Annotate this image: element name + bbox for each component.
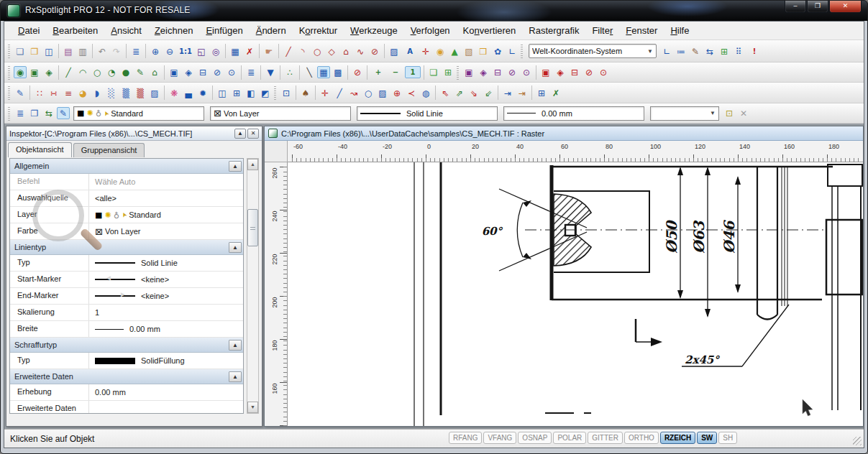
draw-hatch-icon[interactable]: ▨: [388, 45, 401, 57]
group2-rect-icon[interactable]: ▣: [462, 66, 475, 78]
style-brush-icon[interactable]: ✎: [689, 45, 702, 57]
layer-manager-icon[interactable]: ≣: [129, 45, 142, 57]
pick-sector-icon[interactable]: ◔: [105, 66, 118, 78]
pick-nodes-icon[interactable]: ∴: [283, 66, 296, 78]
toolbar-grip[interactable]: [457, 65, 459, 80]
area-rect-add-icon[interactable]: ▣: [168, 66, 181, 78]
split-object-icon[interactable]: ≺: [405, 87, 418, 99]
wcs-list-icon[interactable]: ≔: [675, 45, 687, 57]
document-title-bar[interactable]: C:\Program Files (x86)\...\UserDataCache…: [265, 126, 863, 141]
menu-korrektur[interactable]: Korrektur: [293, 23, 344, 38]
open-folder-icon[interactable]: ❐: [28, 45, 41, 57]
section-collapse-button[interactable]: ▲: [229, 371, 242, 382]
wcs-combo[interactable]: Welt-Koordinaten-System▼: [529, 44, 657, 58]
raster-pick-edit-icon[interactable]: ✎: [14, 87, 27, 99]
group2-polygon-icon[interactable]: ◈: [477, 66, 490, 78]
menu-datei[interactable]: Datei: [12, 23, 46, 38]
property-value[interactable]: [89, 401, 243, 414]
zoom-1-1-icon[interactable]: 1:1: [178, 45, 193, 57]
draw-rectangle-icon[interactable]: ◇: [325, 45, 338, 57]
draw-region-icon[interactable]: ⌂: [339, 45, 352, 57]
calibrate-icon[interactable]: ◧: [245, 87, 257, 99]
property-value[interactable]: ◄<keine>: [89, 272, 243, 287]
wcs-axes-icon[interactable]: ∟: [660, 45, 673, 57]
page-add-icon[interactable]: ⊞: [442, 66, 454, 78]
correct-line-icon[interactable]: ╱: [333, 87, 346, 99]
menu-ansicht[interactable]: Ansicht: [104, 23, 148, 38]
no-selection-icon[interactable]: ⊘: [351, 66, 364, 78]
undo-icon[interactable]: ↶: [96, 45, 109, 57]
marquee-grid-off-icon[interactable]: ▩: [332, 66, 344, 78]
correct-region-icon[interactable]: ◍: [419, 87, 432, 99]
menu-fenster[interactable]: Fenster: [619, 23, 664, 38]
pan-icon[interactable]: ☛: [262, 45, 275, 57]
menu-hilfe[interactable]: Hilfe: [664, 23, 695, 38]
menu-rastergrafik[interactable]: Rastergrafik: [522, 23, 585, 38]
property-row-skalierung[interactable]: Skalierung1: [10, 305, 243, 321]
color-separate-icon[interactable]: ≡: [62, 87, 75, 99]
thicken-icon[interactable]: ▒: [119, 87, 132, 99]
close-button[interactable]: ✕: [829, 1, 862, 13]
selection-set-combo[interactable]: ▼: [650, 106, 719, 121]
scrollbar-thumb[interactable]: [247, 209, 258, 246]
draw-ellipse-icon[interactable]: ⊘: [368, 45, 381, 57]
section-header-schraffurtyp[interactable]: Schraffurtyp▲: [10, 338, 243, 353]
zoom-out-icon[interactable]: ⊖: [163, 45, 176, 57]
new-file-icon[interactable]: ❏: [14, 45, 27, 57]
pick-arc-icon[interactable]: ◠: [76, 66, 89, 78]
toolbar-grip[interactable]: [8, 44, 10, 58]
property-row-typ[interactable]: TypSolidFüllung: [10, 353, 243, 369]
correct-circle-icon[interactable]: ○: [362, 87, 375, 99]
section-header-erweiterte-daten[interactable]: Erweiterte Daten▲: [10, 369, 243, 384]
group3-poly-subtract-icon[interactable]: ⊘: [583, 66, 595, 78]
property-row-auswahlquelle[interactable]: Auswahlquelle<alle>: [10, 190, 243, 207]
crop-icon[interactable]: ⊡: [280, 87, 293, 99]
toggle-rzeich[interactable]: RZEICH: [660, 432, 695, 444]
property-row-layer[interactable]: Layer■✺♀➤Standard: [10, 207, 243, 223]
group3-rect-icon[interactable]: ▣: [539, 66, 552, 78]
redo-icon[interactable]: ↷: [110, 45, 123, 57]
menu-einf-gen[interactable]: Einfügen: [199, 23, 249, 38]
correct-arc-icon[interactable]: ↝: [347, 87, 360, 99]
despeckle-icon[interactable]: ∷: [33, 87, 46, 99]
group3-polygon-icon[interactable]: ◈: [554, 66, 567, 78]
panel-close-button[interactable]: ✕: [247, 129, 259, 139]
property-row-end-marker[interactable]: End-Marker►<keine>: [10, 288, 243, 305]
raster-select-icon[interactable]: ▦: [229, 45, 242, 57]
pick-brush-icon[interactable]: ✎: [134, 66, 147, 78]
inspector-title-bar[interactable]: Inspektor-[C:\Program Files (x86)\...\CS…: [6, 126, 262, 141]
property-value[interactable]: ⊠Von Layer: [89, 223, 243, 239]
correct-zoom-icon[interactable]: ⊕: [390, 87, 403, 99]
draw-arc-icon[interactable]: ◝: [296, 45, 309, 57]
calibrate-grid-icon[interactable]: ◩: [259, 87, 272, 99]
selection-filter-icon[interactable]: ▼: [264, 66, 277, 78]
grid-icon[interactable]: ⠿: [732, 45, 745, 57]
property-value[interactable]: SolidFüllung: [89, 353, 243, 369]
toolbar-grip[interactable]: [8, 85, 10, 100]
color-combo[interactable]: ⊠ Von Layer: [210, 106, 351, 121]
vectorize-auto-icon[interactable]: ⇗: [453, 87, 466, 99]
insert-image-icon[interactable]: ▧: [462, 45, 475, 57]
raster-erase-icon[interactable]: ✗: [243, 45, 256, 57]
styles-manager-icon[interactable]: ≣: [14, 107, 27, 119]
toolbar-grip[interactable]: [274, 85, 276, 100]
text-recognize-icon[interactable]: ⇥: [501, 87, 514, 99]
toggle-sw[interactable]: SW: [697, 432, 717, 444]
selection-add-icon[interactable]: +: [370, 66, 386, 78]
toggle-gitter[interactable]: GITTER: [588, 432, 623, 444]
zoom-window-icon[interactable]: ◱: [195, 45, 208, 57]
linetype-combo[interactable]: Solid Linie: [357, 106, 498, 121]
zoom-extents-icon[interactable]: ◎: [209, 45, 222, 57]
scroll-up-icon[interactable]: ▲: [247, 159, 258, 170]
brightness-icon[interactable]: ✹: [196, 87, 209, 99]
ucs-axes-icon[interactable]: ∟: [506, 45, 518, 57]
vectorize-arc-icon[interactable]: ⇙: [482, 87, 495, 99]
select-any-icon[interactable]: ◉: [14, 66, 27, 78]
group3-point-icon[interactable]: ⊙: [597, 66, 610, 78]
maximize-button[interactable]: ❐: [807, 1, 828, 13]
group2-poly-subtract-icon[interactable]: ⊘: [506, 66, 518, 78]
title-bar[interactable]: RxSpotlight PRO 12 - NOT FOR RESALE –❐✕: [1, 1, 867, 21]
menu-ndern[interactable]: Ändern: [250, 23, 293, 38]
page-pick-icon[interactable]: ❏: [427, 66, 440, 78]
image-polygon-icon[interactable]: ▲: [448, 45, 461, 57]
